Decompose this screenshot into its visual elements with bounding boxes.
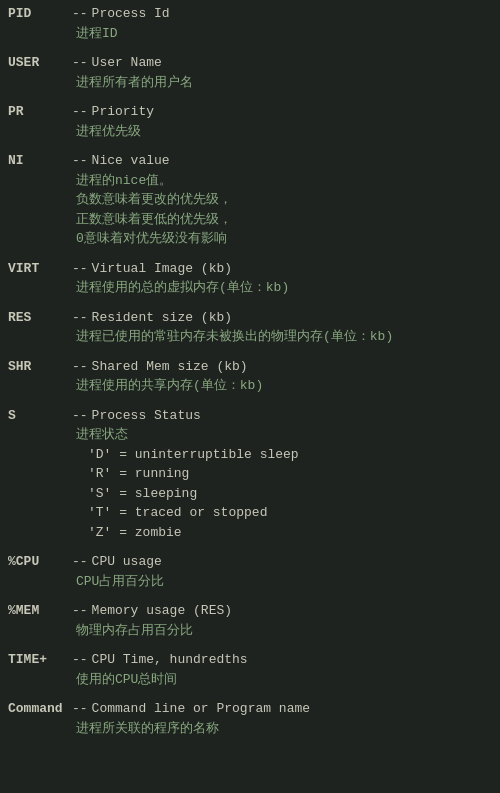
separator-command: -- bbox=[72, 699, 88, 719]
field-name-user: USER bbox=[8, 53, 68, 73]
desc-en-virt: Virtual Image (kb) bbox=[92, 259, 232, 279]
field-name-virt: VIRT bbox=[8, 259, 68, 279]
desc-zh-ni-3: 0意味着对优先级没有影响 bbox=[8, 229, 492, 249]
separator-ni: -- bbox=[72, 151, 88, 171]
main-container: PID--Process Id进程IDUSER--User Name进程所有者的… bbox=[8, 4, 492, 738]
entry-res: RES--Resident size (kb)进程已使用的常驻内存未被换出的物理… bbox=[8, 308, 492, 347]
separator-time: -- bbox=[72, 650, 88, 670]
desc-zh-ni-1: 负数意味着更改的优先级， bbox=[8, 190, 492, 210]
separator-cpu: -- bbox=[72, 552, 88, 572]
desc-zh-user: 进程所有者的用户名 bbox=[8, 73, 492, 93]
field-name-command: Command bbox=[8, 699, 68, 719]
field-name-time: TIME+ bbox=[8, 650, 68, 670]
field-name-ni: NI bbox=[8, 151, 68, 171]
field-name-s: S bbox=[8, 406, 68, 426]
desc-en-time: CPU Time, hundredths bbox=[92, 650, 248, 670]
desc-zh-res: 进程已使用的常驻内存未被换出的物理内存(单位：kb) bbox=[8, 327, 492, 347]
desc-en-pid: Process Id bbox=[92, 4, 170, 24]
field-name-res: RES bbox=[8, 308, 68, 328]
sub-item-s-4: 'Z' = zombie bbox=[8, 523, 492, 543]
desc-en-mem: Memory usage (RES) bbox=[92, 601, 232, 621]
desc-zh-command: 进程所关联的程序的名称 bbox=[8, 719, 492, 739]
desc-zh-ni-0: 进程的nice值。 bbox=[8, 171, 492, 191]
entry-time: TIME+-- CPU Time, hundredths使用的CPU总时间 bbox=[8, 650, 492, 689]
desc-en-shr: Shared Mem size (kb) bbox=[92, 357, 248, 377]
separator-mem: -- bbox=[72, 601, 88, 621]
field-name-shr: SHR bbox=[8, 357, 68, 377]
desc-zh-s: 进程状态 bbox=[8, 425, 492, 445]
desc-en-pr: Priority bbox=[92, 102, 154, 122]
desc-en-ni: Nice value bbox=[92, 151, 170, 171]
field-name-pid: PID bbox=[8, 4, 68, 24]
entry-cpu: %CPU--CPU usageCPU占用百分比 bbox=[8, 552, 492, 591]
entry-pid: PID--Process Id进程ID bbox=[8, 4, 492, 43]
entry-ni: NI--Nice value进程的nice值。负数意味着更改的优先级，正数意味着… bbox=[8, 151, 492, 249]
field-name-cpu: %CPU bbox=[8, 552, 68, 572]
desc-zh-cpu: CPU占用百分比 bbox=[8, 572, 492, 592]
sub-item-s-3: 'T' = traced or stopped bbox=[8, 503, 492, 523]
desc-en-s: Process Status bbox=[92, 406, 201, 426]
field-name-pr: PR bbox=[8, 102, 68, 122]
entry-command: Command-- Command line or Program name进程… bbox=[8, 699, 492, 738]
desc-zh-shr: 进程使用的共享内存(单位：kb) bbox=[8, 376, 492, 396]
desc-zh-ni-2: 正数意味着更低的优先级， bbox=[8, 210, 492, 230]
entry-shr: SHR--Shared Mem size (kb)进程使用的共享内存(单位：kb… bbox=[8, 357, 492, 396]
desc-zh-pid: 进程ID bbox=[8, 24, 492, 44]
sub-item-s-0: 'D' = uninterruptible sleep bbox=[8, 445, 492, 465]
entry-pr: PR--Priority进程优先级 bbox=[8, 102, 492, 141]
desc-zh-time: 使用的CPU总时间 bbox=[8, 670, 492, 690]
entry-mem: %MEM--Memory usage (RES)物理内存占用百分比 bbox=[8, 601, 492, 640]
separator-pr: -- bbox=[72, 102, 88, 122]
entry-user: USER--User Name进程所有者的用户名 bbox=[8, 53, 492, 92]
separator-virt: -- bbox=[72, 259, 88, 279]
desc-zh-pr: 进程优先级 bbox=[8, 122, 492, 142]
separator-res: -- bbox=[72, 308, 88, 328]
separator-shr: -- bbox=[72, 357, 88, 377]
sub-item-s-2: 'S' = sleeping bbox=[8, 484, 492, 504]
desc-en-cpu: CPU usage bbox=[92, 552, 162, 572]
desc-zh-mem: 物理内存占用百分比 bbox=[8, 621, 492, 641]
desc-en-user: User Name bbox=[92, 53, 162, 73]
entry-s: S--Process Status进程状态'D' = uninterruptib… bbox=[8, 406, 492, 543]
separator-user: -- bbox=[72, 53, 88, 73]
field-name-mem: %MEM bbox=[8, 601, 68, 621]
sub-item-s-1: 'R' = running bbox=[8, 464, 492, 484]
desc-zh-virt: 进程使用的总的虚拟内存(单位：kb) bbox=[8, 278, 492, 298]
desc-en-command: Command line or Program name bbox=[92, 699, 310, 719]
desc-en-res: Resident size (kb) bbox=[92, 308, 232, 328]
separator-s: -- bbox=[72, 406, 88, 426]
separator-pid: -- bbox=[72, 4, 88, 24]
entry-virt: VIRT--Virtual Image (kb)进程使用的总的虚拟内存(单位：k… bbox=[8, 259, 492, 298]
